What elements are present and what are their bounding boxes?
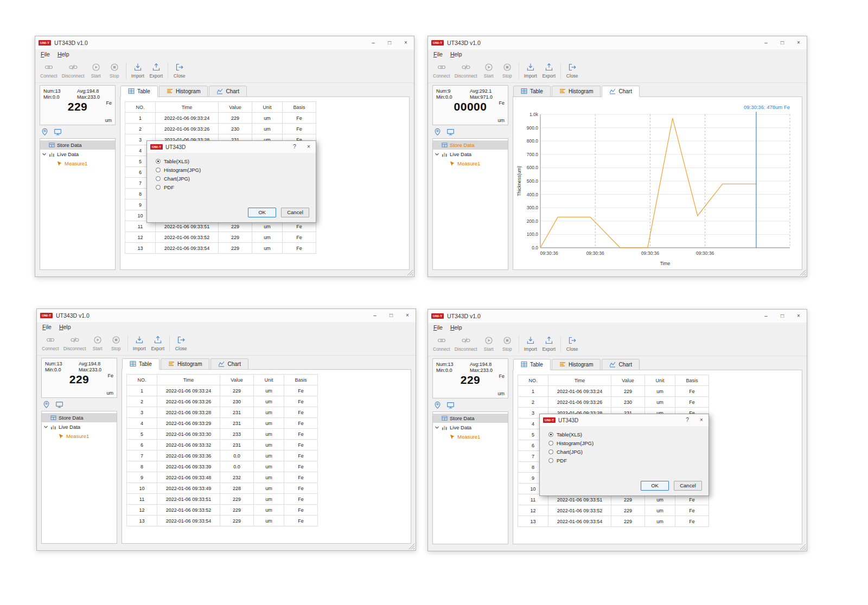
import-button[interactable]: Import xyxy=(521,63,540,79)
maximize-button[interactable]: □ xyxy=(381,36,398,49)
table-row[interactable]: 82022-01-06 09:33:390.0umFe xyxy=(127,461,318,472)
connect-button[interactable]: Connect xyxy=(431,63,452,79)
dialog-titlebar[interactable]: UNI-T UT343D ? × xyxy=(147,141,316,153)
table-row[interactable]: 32022-01-06 09:33:28231umFe xyxy=(127,407,318,418)
pin-icon[interactable] xyxy=(42,401,50,409)
menu-file[interactable]: File xyxy=(430,324,446,331)
device-icon[interactable] xyxy=(55,401,63,409)
tab-chart[interactable]: Chart xyxy=(602,86,639,97)
tree-item-live-data[interactable]: Live Data xyxy=(42,422,117,432)
table-row[interactable]: 22022-01-06 09:33:26230umFe xyxy=(127,396,318,407)
table-row[interactable]: 12022-01-06 09:33:24229umFe xyxy=(127,385,318,396)
radio-table-xls[interactable]: Table(XLS) xyxy=(156,157,316,165)
chevron-down-icon[interactable] xyxy=(435,425,439,430)
titlebar[interactable]: UNI-T UT343D v1.0 – □ × xyxy=(428,36,807,49)
tab-table[interactable]: Table xyxy=(513,86,551,97)
connect-button[interactable]: Connect xyxy=(431,336,452,352)
stop-button[interactable]: Stop xyxy=(498,336,516,352)
menu-help[interactable]: Help xyxy=(446,50,466,58)
radio-circle[interactable] xyxy=(156,185,161,190)
tree-item-store-data[interactable]: Store Data xyxy=(433,140,508,150)
connect-button[interactable]: Connect xyxy=(38,63,60,79)
device-icon[interactable] xyxy=(54,128,62,136)
start-button[interactable]: Start xyxy=(87,63,105,79)
disconnect-button[interactable]: Disconnect xyxy=(452,63,480,79)
radio-histogram-jpg[interactable]: Histogram(JPG) xyxy=(548,439,709,447)
radio-chart-jpg[interactable]: Chart(JPG) xyxy=(156,174,316,183)
menu-help[interactable]: Help xyxy=(446,324,466,331)
table-row[interactable]: 72022-01-06 09:33:360.0umFe xyxy=(127,450,318,461)
export-button[interactable]: Export xyxy=(149,336,167,351)
titlebar[interactable]: UNI-T UT343D v1.0 – □ × xyxy=(37,309,416,322)
tab-chart[interactable]: Chart xyxy=(209,86,246,97)
pin-icon[interactable] xyxy=(433,401,442,409)
device-icon[interactable] xyxy=(446,401,455,409)
close-button[interactable]: Close xyxy=(563,336,582,352)
radio-circle[interactable] xyxy=(548,449,553,454)
tree-item-store-data[interactable]: Store Data xyxy=(433,414,508,423)
pin-icon[interactable] xyxy=(433,128,442,136)
tree-item-measure1[interactable]: Measure1 xyxy=(42,432,117,441)
export-button[interactable]: Export xyxy=(540,63,558,79)
tab-chart[interactable]: Chart xyxy=(210,358,248,370)
menu-file[interactable]: File xyxy=(430,50,446,58)
menu-file[interactable]: File xyxy=(39,323,55,331)
table-row[interactable]: 22022-01-06 09:33:26230umFe xyxy=(518,397,709,408)
table-row[interactable]: 122022-01-06 09:33:52229umFe xyxy=(127,505,318,516)
tree-item-live-data[interactable]: Live Data xyxy=(40,150,115,159)
chevron-down-icon[interactable] xyxy=(435,152,439,157)
start-button[interactable]: Start xyxy=(88,336,107,351)
thickness-line-chart[interactable]: 1.0k900.0800.0700.0600.0500.0400.0300.02… xyxy=(515,100,799,267)
stop-button[interactable]: Stop xyxy=(107,336,125,351)
table-row[interactable]: 132022-01-06 09:33:54229umFe xyxy=(125,243,316,254)
disconnect-button[interactable]: Disconnect xyxy=(60,63,87,79)
maximize-button[interactable]: □ xyxy=(774,310,790,323)
tab-table[interactable]: Table xyxy=(120,86,158,97)
radio-chart-jpg[interactable]: Chart(JPG) xyxy=(548,447,709,456)
import-button[interactable]: Import xyxy=(130,336,149,351)
dialog-help-button[interactable]: ? xyxy=(288,141,302,153)
close-window-button[interactable]: × xyxy=(399,309,416,322)
table-row[interactable]: 132022-01-06 09:33:54229umFe xyxy=(127,516,318,526)
maximize-button[interactable]: □ xyxy=(774,36,790,49)
tab-histogram[interactable]: Histogram xyxy=(161,358,210,370)
ok-button[interactable]: OK xyxy=(641,481,669,491)
dialog-close-button[interactable]: × xyxy=(302,141,316,153)
chevron-down-icon[interactable] xyxy=(43,424,48,429)
table-row[interactable]: 42022-01-06 09:33:29231umFe xyxy=(127,418,318,429)
table-row[interactable]: 22022-01-06 09:33:26230umFe xyxy=(125,124,316,134)
export-button[interactable]: Export xyxy=(540,336,558,352)
tree-item-measure1[interactable]: Measure1 xyxy=(40,159,115,168)
cancel-button[interactable]: Cancel xyxy=(281,208,309,217)
radio-histogram-jpg[interactable]: Histogram(JPG) xyxy=(156,165,316,174)
radio-circle[interactable] xyxy=(548,458,553,463)
menu-help[interactable]: Help xyxy=(54,50,73,58)
close-window-button[interactable]: × xyxy=(790,36,807,49)
tab-histogram[interactable]: Histogram xyxy=(552,86,601,97)
table-row[interactable]: 12022-01-06 09:33:24229umFe xyxy=(518,386,709,397)
radio-pdf[interactable]: PDF xyxy=(548,456,709,465)
radio-circle[interactable] xyxy=(548,432,553,437)
import-button[interactable]: Import xyxy=(521,336,540,352)
connect-button[interactable]: Connect xyxy=(40,336,61,351)
close-button[interactable]: Close xyxy=(563,63,582,79)
device-icon[interactable] xyxy=(446,128,455,136)
table-row[interactable]: 62022-01-06 09:33:32231umFe xyxy=(127,440,318,450)
titlebar[interactable]: UNI-T UT343D v1.0 – □ × xyxy=(428,310,807,323)
radio-circle[interactable] xyxy=(156,168,161,172)
tab-table[interactable]: Table xyxy=(122,358,159,370)
dialog-titlebar[interactable]: UNI-T UT343D ? × xyxy=(540,414,709,426)
table-row[interactable]: 102022-01-06 09:33:49228umFe xyxy=(127,483,318,494)
radio-circle[interactable] xyxy=(156,159,161,164)
tree-item-live-data[interactable]: Live Data xyxy=(433,423,508,432)
table-row[interactable]: 52022-01-06 09:33:30233umFe xyxy=(127,429,318,440)
tab-chart[interactable]: Chart xyxy=(602,359,639,370)
tree-item-store-data[interactable]: Store Data xyxy=(40,140,115,150)
radio-table-xls[interactable]: Table(XLS) xyxy=(548,430,709,439)
radio-circle[interactable] xyxy=(548,441,553,446)
table-row[interactable]: 132022-01-06 09:33:54229umFe xyxy=(518,516,709,527)
import-button[interactable]: Import xyxy=(129,63,147,79)
maximize-button[interactable]: □ xyxy=(383,309,399,322)
tree-item-measure1[interactable]: Measure1 xyxy=(433,432,508,441)
table-row[interactable]: 112022-01-06 09:33:51229umFe xyxy=(127,494,318,505)
